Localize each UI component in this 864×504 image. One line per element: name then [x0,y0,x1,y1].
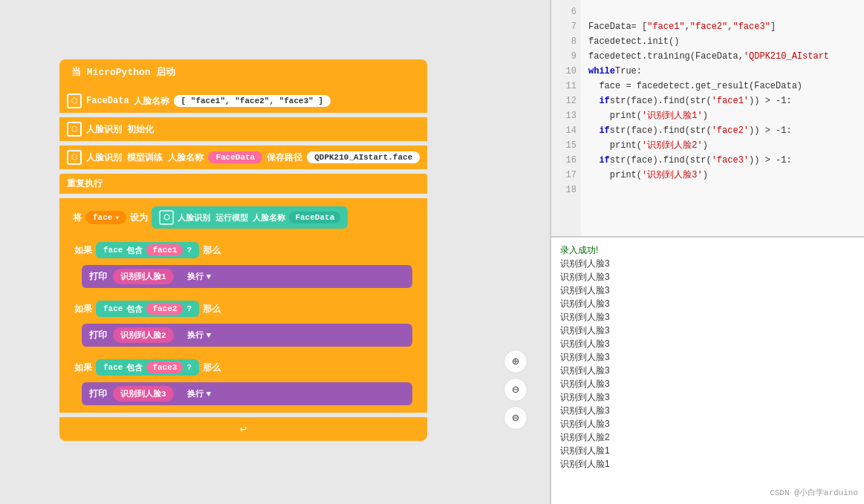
print-block-3: 打印 识别到人脸3 换行 ▼ [82,382,412,405]
if-label-2: 如果 [74,303,92,315]
code-line-6 [588,4,857,19]
condition-3: face 包含 face3 ? [96,359,199,376]
question-3: ? [186,363,192,372]
if-body-1: 打印 识别到人脸1 换行 ▼ [67,262,420,291]
right-panel: 6 7 8 9 10 11 12 13 14 15 16 17 18 FaceD… [550,0,864,504]
code-line-18 [588,183,857,197]
zoom-in-icon: ⊕ [512,354,519,369]
newline-arrow-3: ▼ [207,390,212,399]
train-var: FaceData [208,151,262,163]
zoom-reset-button[interactable]: ⊜ [504,406,527,430]
inner-blocks: 将 face ▼ 设为 人脸识别 运行模型 人脸名称 FaceData 如果 f… [59,198,427,413]
repeat-label: 重复执行 [67,179,103,189]
face-var[interactable]: face ▼ [85,211,126,224]
line-num-18: 18 [551,183,581,197]
func-label: 人脸识别 运行模型 人脸名称 [178,212,285,223]
output-line-9: 识别到人脸3 [560,364,855,377]
output-line-1: 识别到人脸3 [560,257,855,270]
output-line-11: 识别到人脸3 [560,390,855,404]
face-icon-4 [159,210,174,225]
print-value-3[interactable]: 识别到人脸3 [113,386,174,402]
train-label: 人脸识别 模型训练 人脸名称 [86,151,204,164]
code-line-7: FaceData= ["face1", "face2", "face3"] [588,19,857,34]
output-line-6: 识别到人脸3 [560,324,855,337]
save-label: 保存路径 [267,151,302,164]
newline-3[interactable]: 换行 ▼ [180,386,219,402]
code-line-8: facedetect.init() [588,34,857,49]
face-var-name: face [93,213,112,222]
block-coding-panel: 当 MicroPython 启动 FaceData 人脸名称 [ "face1"… [0,0,550,504]
newline-2[interactable]: 换行 ▼ [180,327,219,343]
condition-1: face 包含 face1 ? [96,242,199,258]
newline-label-2: 换行 [187,330,204,341]
output-line-7: 识别到人脸3 [560,337,855,350]
then-label-1: 那么 [203,244,221,257]
newline-label-1: 换行 [187,271,204,282]
print-value-1[interactable]: 识别到人脸1 [113,269,174,284]
face-icon-1 [67,94,82,108]
set-label: 设为 [130,212,148,224]
output-line-0: 录入成功! [560,243,855,257]
newline-label-3: 换行 [187,388,204,399]
bottom-handle: ↩ [59,417,427,441]
code-line-13: print('识别到人脸1') [588,108,857,123]
line-num-12: 12 [551,94,581,108]
line-num-9: 9 [551,49,581,64]
zoom-out-button[interactable]: ⊖ [504,378,527,402]
blocks-container: 当 MicroPython 启动 FaceData 人脸名称 [ "face1"… [59,59,427,441]
set-var-label: 将 [73,212,82,224]
code-line-10: while True: [588,64,857,79]
code-line-16: if str(face).find(str('face3')) > -1: [588,153,857,168]
print-value-2[interactable]: 识别到人脸2 [113,327,174,343]
output-line-4: 识别到人脸3 [560,297,855,310]
facedata-row: FaceData 人脸名称 [ "face1", "face2", "face3… [59,89,427,113]
line-num-14: 14 [551,123,581,138]
if-label-3: 如果 [74,361,92,374]
question-2: ? [186,304,192,313]
code-line-12: if str(face).find(str('face1')) > -1: [588,94,857,108]
handle-icon: ↩ [240,422,247,436]
line-num-15: 15 [551,138,581,153]
repeat-block: 重复执行 [59,174,427,194]
set-value-block: 人脸识别 运行模型 人脸名称 FaceData [152,206,348,229]
print-label-2: 打印 [89,329,107,341]
cond-value-1[interactable]: face1 [146,244,183,256]
if-body-3: 打印 识别到人脸3 换行 ▼ [67,379,420,408]
output-line-14: 识别到人脸2 [560,431,855,444]
cond-label-2: 包含 [126,304,143,315]
line-num-7: 7 [551,19,581,34]
cond-value-2[interactable]: face2 [146,303,183,315]
code-line-14: if str(face).find(str('face2')) > -1: [588,123,857,138]
zoom-controls: ⊕ ⊖ ⊜ [504,350,527,430]
output-line-15: 识别到人脸1 [560,444,855,457]
line-num-6: 6 [551,4,581,19]
zoom-reset-icon: ⊜ [512,410,519,425]
line-num-10: 10 [551,64,581,79]
save-path[interactable]: QDPK210_AIstart.face [307,151,420,163]
output-line-13: 识别到人脸3 [560,417,855,431]
output-line-2: 识别到人脸3 [560,270,855,284]
zoom-in-button[interactable]: ⊕ [504,350,527,373]
line-num-13: 13 [551,108,581,123]
watermark: CSDN @小白学arduino [770,487,858,498]
func-var: FaceData [289,212,340,223]
if-header-3: 如果 face 包含 face3 ? 那么 [67,356,420,379]
facedata-value[interactable]: [ "face1", "face2", "face3" ] [174,95,331,107]
if-block-3: 如果 face 包含 face3 ? 那么 打印 识别到人脸3 换行 [67,356,420,408]
when-block: 当 MicroPython 启动 [59,59,427,85]
if-block-2: 如果 face 包含 face2 ? 那么 打印 识别到人脸2 换行 [67,297,420,350]
print-label-1: 打印 [89,270,107,283]
code-editor[interactable]: 6 7 8 9 10 11 12 13 14 15 16 17 18 FaceD… [551,0,864,238]
output-area[interactable]: 录入成功! 识别到人脸3 识别到人脸3 识别到人脸3 识别到人脸3 识别到人脸3… [551,238,864,504]
if-header-2: 如果 face 包含 face2 ? 那么 [67,297,420,321]
cond-value-3[interactable]: face3 [146,361,183,373]
line-num-8: 8 [551,34,581,49]
set-block: 将 face ▼ 设为 人脸识别 运行模型 人脸名称 FaceData [67,203,420,232]
code-content[interactable]: FaceData= ["face1", "face2", "face3"] fa… [581,0,864,202]
line-num-11: 11 [551,79,581,94]
newline-1[interactable]: 换行 ▼ [180,269,219,284]
cond-var-1: face [103,246,123,255]
face-icon-2 [67,122,82,137]
face-icon-3 [67,150,82,165]
newline-arrow-1: ▼ [207,272,212,281]
